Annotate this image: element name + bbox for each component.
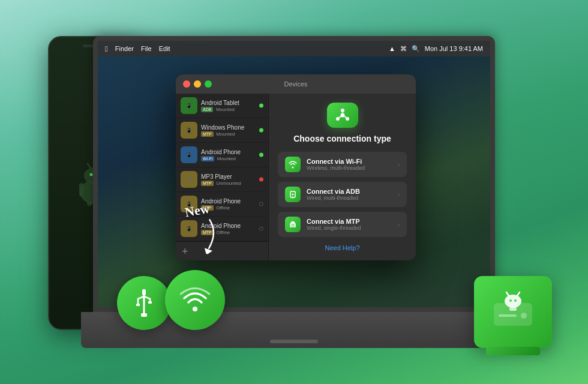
svg-line-15 (339, 116, 341, 118)
wifi-option-text: Connect via Wi-Fi Wireless, multi-thread… (307, 158, 392, 171)
menubar-left:  Finder File Edit (105, 44, 170, 53)
adb-option-text: Connect via ADB Wired, multi-threaded (307, 188, 392, 201)
device-info: Android Tablet ADB Mounted (201, 100, 263, 112)
window-titlebar: Devices (176, 74, 416, 94)
device-info: Windows Phone MTP Mounted (201, 124, 263, 137)
device-badge-adb: 📱 (181, 97, 197, 114)
macos-menubar:  Finder File Edit ▲ ⌘ 🔍 Mon Jul 13 9:41… (98, 41, 490, 56)
status-dot-green (259, 104, 263, 108)
device-badge-wifi: 📱 (181, 146, 197, 163)
status-text: Mounted (216, 107, 235, 112)
menubar-app-name: Finder (115, 45, 134, 52)
svg-point-33 (509, 299, 512, 302)
need-help-link[interactable]: Need Help? (325, 244, 359, 251)
usb-icon (129, 288, 159, 318)
drive-base (486, 347, 540, 355)
mtp-option-sublabel: Wired, single-threaded (307, 225, 392, 231)
wifi-option-sublabel: Wireless, multi-threaded (307, 165, 392, 171)
status-text: Offline (216, 205, 230, 211)
app-connection-icon (327, 103, 358, 128)
sidebar-item-windows-phone[interactable]: 📱 Windows Phone MTP Mounted (176, 118, 268, 143)
wifi-option-icon (285, 157, 301, 172)
svg-point-34 (514, 299, 517, 302)
android-drive-icon (474, 276, 552, 348)
device-name: Android Phone (201, 198, 263, 205)
menubar-file: File (141, 45, 152, 52)
window-close-button[interactable] (183, 80, 190, 88)
device-status: ADB Mounted (201, 106, 263, 112)
search-icon: 🔍 (412, 45, 420, 53)
window-maximize-button[interactable] (205, 80, 212, 88)
device-badge-mtp: 🎵 (181, 171, 197, 188)
connect-adb-option[interactable]: Connect via ADB Wired, multi-threaded › (278, 182, 407, 207)
wifi-icon (180, 285, 210, 315)
sidebar-item-android-tablet[interactable]: 📱 Android Tablet ADB Mounted (176, 94, 268, 118)
connect-wifi-option[interactable]: Connect via Wi-Fi Wireless, multi-thread… (278, 152, 407, 177)
type-badge: MTP (201, 181, 214, 186)
wifi-option-label: Connect via Wi-Fi (307, 158, 392, 165)
add-device-button[interactable]: + (182, 246, 188, 257)
apple-logo-icon:  (105, 44, 108, 53)
device-status: MTP Offline (201, 205, 263, 211)
choose-connection-title: Choose connection type (293, 134, 391, 143)
mtp-option-label: Connect via MTP (307, 218, 392, 225)
status-dot-green (259, 128, 263, 133)
svg-rect-26 (148, 301, 152, 304)
status-dot-empty (259, 227, 263, 231)
status-text: Mounted (216, 131, 235, 137)
android-drive-svg (489, 288, 537, 336)
svg-point-28 (193, 307, 197, 311)
svg-point-18 (292, 194, 294, 196)
menubar-edit: Edit (159, 45, 170, 52)
device-status: MTP Unmounted (201, 180, 263, 186)
svg-rect-36 (499, 314, 517, 317)
svg-point-2 (89, 173, 92, 176)
hub-icon (333, 106, 352, 125)
menubar-right: ▲ ⌘ 🔍 Mon Jul 13 9:41 AM (389, 45, 483, 53)
device-name: Android Tablet (201, 100, 263, 106)
window-minimize-button[interactable] (194, 80, 201, 88)
device-badge-mtp: 📱 (181, 122, 197, 139)
device-info: Android Phone MTP Offline (201, 198, 263, 211)
svg-rect-27 (141, 313, 147, 317)
svg-line-4 (88, 164, 91, 168)
adb-option-label: Connect via ADB (307, 188, 392, 195)
svg-rect-19 (290, 223, 296, 227)
type-badge: MTP (201, 131, 214, 137)
svg-point-30 (505, 295, 521, 308)
device-name: MP3 Player (201, 173, 263, 180)
type-badge: Wi-Fi (201, 156, 214, 161)
window-controls (183, 80, 212, 88)
sidebar-item-android-phone-wifi[interactable]: 📱 Android Phone Wi-Fi Mounted (176, 143, 268, 167)
mtp-option-arrow: › (398, 221, 400, 228)
connect-mtp-option[interactable]: Connect via MTP Wired, single-threaded › (278, 212, 407, 237)
svg-point-10 (341, 109, 344, 112)
wifi-option-arrow: › (398, 161, 400, 168)
svg-rect-6 (79, 183, 83, 196)
mtp-option-text: Connect via MTP Wired, single-threaded (307, 218, 392, 231)
status-text: Mounted (217, 156, 236, 161)
svg-rect-35 (509, 307, 517, 311)
usb-icon-circle (117, 276, 171, 330)
status-text: Unmounted (216, 181, 241, 186)
svg-rect-22 (142, 289, 146, 295)
device-badge-mtp: 📱 (181, 220, 197, 237)
status-dot-red (259, 178, 263, 182)
sidebar-item-mp3-player[interactable]: 🎵 MP3 Player MTP Unmounted (176, 167, 268, 192)
device-info: MP3 Player MTP Unmounted (201, 173, 263, 186)
adb-option-sublabel: Wired, multi-threaded (307, 195, 392, 201)
svg-line-32 (517, 292, 520, 296)
window-title: Devices (284, 80, 307, 88)
device-status: Wi-Fi Mounted (201, 155, 263, 161)
adb-option-arrow: › (398, 191, 400, 198)
adb-option-icon (285, 187, 301, 202)
device-name: Windows Phone (201, 124, 263, 131)
svg-rect-8 (87, 201, 92, 206)
status-dot-green (259, 153, 263, 157)
wifi-icon-circle (165, 270, 225, 330)
wifi-status-icon: ▲ (389, 45, 395, 52)
laptop-screen:  Finder File Edit ▲ ⌘ 🔍 Mon Jul 13 9:41… (93, 36, 495, 312)
wifi-icon: ⌘ (400, 45, 407, 53)
type-badge: ADB (201, 107, 213, 112)
svg-point-37 (521, 313, 527, 319)
